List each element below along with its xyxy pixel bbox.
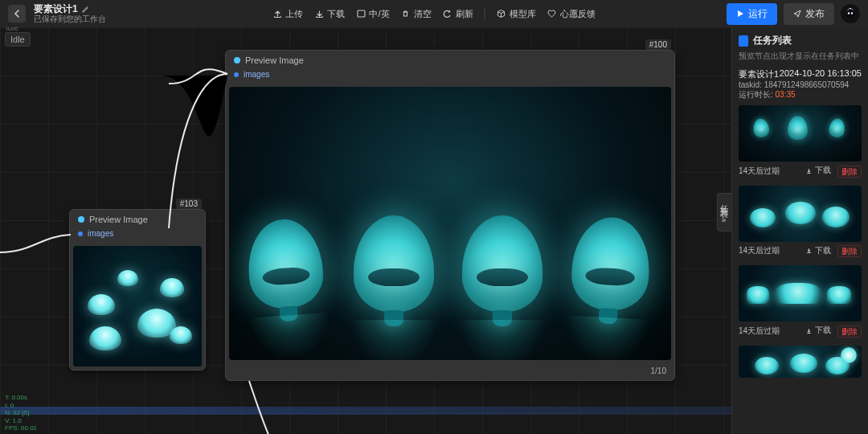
app-header: 要素设计1 已保存到您的工作台 上传 下载 中/英 清空 刷新 模型库 — [0, 0, 868, 27]
result-thumbnail[interactable] — [739, 265, 862, 321]
download-result-button[interactable]: 下载 — [805, 245, 831, 256]
delete-result-button[interactable]: 删除 — [837, 245, 862, 257]
task-list-panel: 任务列表 预览节点出现才显示在任务列表中 要素设计1 2024-10-20 16… — [731, 27, 868, 434]
download-icon — [805, 327, 813, 334]
task-id: taskid: 1847912498665070594 — [739, 80, 862, 89]
task-panel-toggle[interactable]: 任务列表 » — [717, 193, 731, 231]
header-right: 运行 发布 — [727, 3, 860, 25]
svg-point-2 — [848, 12, 850, 14]
preview-thumbnail[interactable] — [73, 246, 202, 366]
node-header[interactable]: Preview Image — [70, 210, 205, 229]
preview-node-large[interactable]: #100 Preview Image images x — [225, 50, 675, 381]
result-thumbnail[interactable] — [739, 186, 862, 242]
expire-label: 14天后过期 — [739, 166, 780, 177]
upload-icon — [272, 9, 282, 18]
port-dot-icon — [78, 231, 83, 236]
svg-rect-0 — [358, 10, 365, 17]
node-header[interactable]: Preview Image — [226, 51, 674, 70]
node-status-dot — [234, 57, 240, 63]
thumbnail-actions: 14天后过期 下载 删除 — [739, 325, 862, 338]
timeline-bar[interactable] — [0, 407, 731, 415]
play-icon — [736, 10, 744, 18]
upload-button[interactable]: 上传 — [272, 8, 303, 20]
title-block: 要素设计1 已保存到您的工作台 — [34, 4, 106, 23]
input-port-images[interactable]: images — [226, 70, 674, 84]
node-id-badge: #100 — [645, 39, 671, 50]
input-port-images[interactable]: images — [70, 229, 205, 243]
save-status: 已保存到您的工作台 — [34, 14, 106, 23]
model-library-button[interactable]: 模型库 — [497, 8, 536, 20]
publish-button[interactable]: 发布 — [784, 3, 834, 25]
user-avatar[interactable] — [841, 4, 860, 23]
download-result-button[interactable]: 下载 — [805, 165, 831, 176]
result-thumbnail[interactable] — [739, 346, 862, 378]
perf-stats: T: 0.00s I: 0 N: 82 [5] V: 1.0 FPS: 60.0… — [5, 394, 37, 432]
preview-image[interactable]: x — [229, 87, 671, 360]
panel-title: 任务列表 — [739, 34, 862, 47]
thumbnail-actions: 14天后过期 下载 删除 — [739, 165, 862, 178]
download-result-button[interactable]: 下载 — [805, 325, 831, 336]
feedback-button[interactable]: 心愿反馈 — [547, 8, 596, 20]
refresh-icon — [443, 9, 452, 18]
toolbar-separator — [485, 8, 485, 19]
clear-button[interactable]: 清空 — [401, 8, 432, 20]
download-icon — [805, 247, 813, 254]
trash-icon — [401, 9, 411, 18]
task-meta: 要素设计1 2024-10-20 16:13:05 taskid: 184791… — [739, 68, 862, 100]
svg-point-3 — [851, 12, 853, 14]
node-canvas[interactable]: Idle Idle #103 Preview Image images — [0, 27, 731, 434]
top-toolbar: 上传 下载 中/英 清空 刷新 模型库 心愿反馈 — [272, 8, 595, 20]
edit-icon[interactable] — [81, 5, 90, 14]
node-id-badge: #103 — [176, 199, 202, 209]
task-timestamp: 2024-10-20 16:13:05 — [780, 68, 862, 80]
back-button[interactable] — [8, 5, 26, 23]
task-duration: 03:35 — [776, 90, 796, 99]
preview-node-small[interactable]: #103 Preview Image images — [69, 209, 206, 371]
svg-point-1 — [845, 9, 855, 18]
list-icon — [739, 35, 748, 47]
refresh-button[interactable]: 刷新 — [443, 8, 473, 20]
language-icon — [356, 9, 366, 18]
panel-note: 预览节点出现才显示在任务列表中 — [739, 51, 862, 62]
expire-label: 14天后过期 — [739, 326, 780, 337]
expire-label: 14天后过期 — [739, 245, 780, 256]
mascot-icon — [841, 347, 857, 363]
lang-toggle-button[interactable]: 中/英 — [356, 8, 389, 20]
delete-result-button[interactable]: 删除 — [837, 326, 862, 338]
download-icon — [314, 9, 324, 18]
send-icon — [793, 10, 801, 18]
workspace-title: 要素设计1 — [34, 4, 78, 14]
cube-icon — [497, 9, 506, 18]
robot-icon — [845, 8, 856, 19]
status-chip: Idle Idle — [5, 32, 31, 47]
heart-icon — [547, 9, 557, 18]
download-button[interactable]: 下载 — [314, 8, 345, 20]
node-status-dot — [78, 216, 84, 223]
run-button[interactable]: 运行 — [727, 3, 777, 25]
download-icon — [805, 167, 813, 174]
page-indicator: 1/10 — [226, 363, 674, 380]
task-name: 要素设计1 — [739, 68, 779, 80]
delete-result-button[interactable]: 删除 — [837, 166, 862, 178]
thumbnail-actions: 14天后过期 下载 删除 — [739, 245, 862, 258]
result-thumbnail[interactable] — [739, 105, 862, 162]
port-dot-icon — [234, 72, 239, 77]
